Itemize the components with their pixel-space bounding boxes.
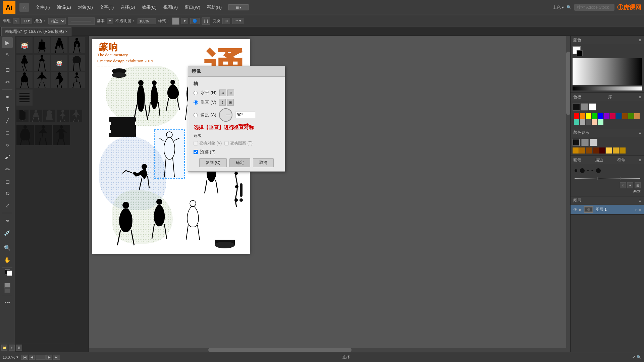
home-button[interactable]: ⌂ bbox=[19, 3, 29, 12]
ref-circle[interactable] bbox=[581, 139, 589, 146]
asset-item[interactable] bbox=[69, 37, 85, 53]
swatch-teal[interactable] bbox=[574, 119, 579, 125]
brush-dot-3[interactable] bbox=[587, 170, 589, 171]
menu-type[interactable]: 文字(T) bbox=[97, 3, 117, 12]
dark-figure-item[interactable] bbox=[16, 125, 34, 145]
slice-tool[interactable]: ✂ bbox=[2, 76, 13, 87]
workspace-selector[interactable]: ▦ ▾ bbox=[228, 4, 249, 10]
layers-options[interactable]: ≡ bbox=[639, 198, 641, 203]
swatch-yellow[interactable] bbox=[586, 113, 591, 119]
stroke-type-select[interactable]: 描边 bbox=[48, 18, 66, 24]
swatch-brown[interactable] bbox=[622, 113, 628, 119]
swatch-blue[interactable] bbox=[598, 113, 603, 119]
align-button[interactable]: ⁞⁞⁞ bbox=[202, 17, 210, 25]
ref-swatch[interactable] bbox=[586, 147, 592, 154]
swatch-magenta[interactable] bbox=[610, 113, 615, 119]
swatch-green[interactable] bbox=[592, 113, 597, 119]
menu-window[interactable]: 窗口(W) bbox=[182, 3, 203, 12]
menu-effect[interactable]: 效果(C) bbox=[139, 3, 159, 12]
prev-page-btn[interactable]: ◀ bbox=[29, 355, 35, 360]
pen-tool[interactable]: ✒ bbox=[2, 92, 13, 102]
hand-tool[interactable]: ✋ bbox=[2, 254, 13, 265]
swatch-red[interactable] bbox=[574, 113, 579, 119]
swatch-darkblue[interactable] bbox=[616, 113, 622, 119]
brush-panel-options[interactable]: ≡ bbox=[639, 158, 641, 163]
normal-mode[interactable] bbox=[4, 283, 10, 288]
layer-visibility-icon[interactable]: 👁 bbox=[573, 207, 577, 212]
swatch-lgray[interactable] bbox=[580, 119, 585, 125]
next-page-btn[interactable]: ▶ bbox=[46, 355, 52, 360]
opacity-input[interactable] bbox=[138, 18, 156, 24]
help-button[interactable]: ? bbox=[13, 18, 19, 24]
stroke-indicator[interactable] bbox=[577, 50, 583, 56]
brush-dot-2[interactable] bbox=[580, 168, 585, 173]
stroke-options[interactable]: ▾ bbox=[107, 18, 113, 24]
h-icon-1[interactable]: ⇔ bbox=[219, 89, 226, 96]
type-tool[interactable]: T bbox=[2, 104, 13, 114]
last-page-btn[interactable]: ▶| bbox=[53, 355, 60, 360]
dark-asset-item[interactable] bbox=[43, 110, 55, 122]
brush-delete-btn[interactable]: ✕ bbox=[620, 182, 626, 188]
draw-behind[interactable] bbox=[4, 288, 10, 293]
vertical-scrollbar-thumb[interactable] bbox=[566, 52, 570, 115]
brush-dot-5[interactable] bbox=[596, 168, 601, 173]
black-swatch[interactable] bbox=[573, 103, 580, 111]
scale-tool[interactable]: ⤢ bbox=[2, 200, 13, 211]
menu-object[interactable]: 对象(O) bbox=[75, 3, 96, 12]
arrange-button[interactable]: 🔵 bbox=[190, 18, 200, 24]
fill-indicator[interactable] bbox=[573, 46, 581, 54]
zoom-dropdown-icon[interactable]: ▾ bbox=[16, 355, 18, 359]
asset-item[interactable] bbox=[69, 55, 85, 71]
document-tab[interactable]: 未标题-2* @ 16.67% (RGB/预览) × bbox=[1, 27, 71, 36]
ref-swatch[interactable] bbox=[613, 147, 619, 154]
asset-item[interactable] bbox=[51, 72, 67, 88]
select-tool[interactable]: ▶ bbox=[2, 37, 13, 48]
rotate-tool[interactable]: ↻ bbox=[2, 188, 13, 199]
external-link-icon[interactable]: ⤢ bbox=[632, 355, 635, 359]
style-options[interactable]: ▾ bbox=[181, 18, 188, 24]
brush-tab-label[interactable]: 画笔 bbox=[573, 157, 581, 163]
vertical-scrollbar[interactable] bbox=[566, 36, 570, 352]
brush-dot-4[interactable] bbox=[591, 170, 593, 171]
pencil-tool[interactable]: ✏ bbox=[2, 164, 13, 175]
ref-pattern[interactable]: ⊞ bbox=[590, 139, 597, 146]
swatch-orange[interactable] bbox=[580, 113, 585, 119]
eyedropper-tool[interactable]: 💉 bbox=[2, 227, 13, 238]
horizontal-radio[interactable] bbox=[194, 91, 198, 95]
h-icon-2[interactable]: ⊞ bbox=[227, 89, 234, 96]
ref-swatch[interactable] bbox=[606, 147, 612, 154]
swatch-panel-options[interactable]: ≡ bbox=[639, 95, 641, 100]
more-tools[interactable]: ••• bbox=[2, 297, 13, 308]
stroke-tab-label[interactable]: 描边 bbox=[595, 157, 603, 163]
ref-black[interactable] bbox=[573, 139, 580, 146]
asset-item[interactable] bbox=[69, 72, 85, 88]
dark-asset-item[interactable] bbox=[16, 110, 29, 122]
angle-dial[interactable] bbox=[219, 108, 232, 122]
asset-item[interactable] bbox=[34, 37, 50, 53]
transform-btn[interactable]: ⊞ bbox=[222, 18, 230, 24]
menu-file[interactable]: 文件(F) bbox=[33, 3, 53, 12]
asset-item[interactable] bbox=[16, 89, 33, 106]
dark-asset-item[interactable] bbox=[70, 110, 82, 122]
asset-item[interactable] bbox=[34, 72, 50, 88]
direct-select-tool[interactable]: ↖ bbox=[2, 49, 13, 60]
cancel-button[interactable]: 取消 bbox=[253, 158, 274, 167]
symbol-tab-label[interactable]: 符号 bbox=[617, 157, 625, 163]
swatch-peach[interactable] bbox=[592, 119, 597, 125]
brush-tool[interactable]: 🖌 bbox=[2, 152, 13, 163]
horizontal-scrollbar-thumb[interactable] bbox=[208, 348, 352, 352]
page-number-input[interactable]: 1 bbox=[36, 355, 46, 360]
delete-layer-btn[interactable]: 🗑 bbox=[16, 345, 22, 351]
layer-expand-icon[interactable]: ▶ bbox=[579, 208, 582, 212]
swatch-dgray[interactable] bbox=[586, 119, 591, 125]
artboard-tool[interactable]: ⊡ bbox=[2, 64, 13, 75]
transform-objects-checkbox[interactable] bbox=[194, 141, 198, 145]
angle-radio[interactable] bbox=[194, 113, 198, 117]
search-status-icon[interactable]: 🔍 bbox=[637, 355, 641, 359]
brush-add-btn[interactable]: + bbox=[627, 182, 633, 188]
asset-item[interactable]: 🥁 bbox=[51, 55, 67, 71]
transform-fill-checkbox[interactable] bbox=[224, 141, 229, 145]
dark-asset-item[interactable] bbox=[30, 110, 42, 122]
swatch-tan[interactable] bbox=[634, 113, 640, 119]
asset-item[interactable]: 🥁 bbox=[16, 37, 33, 53]
